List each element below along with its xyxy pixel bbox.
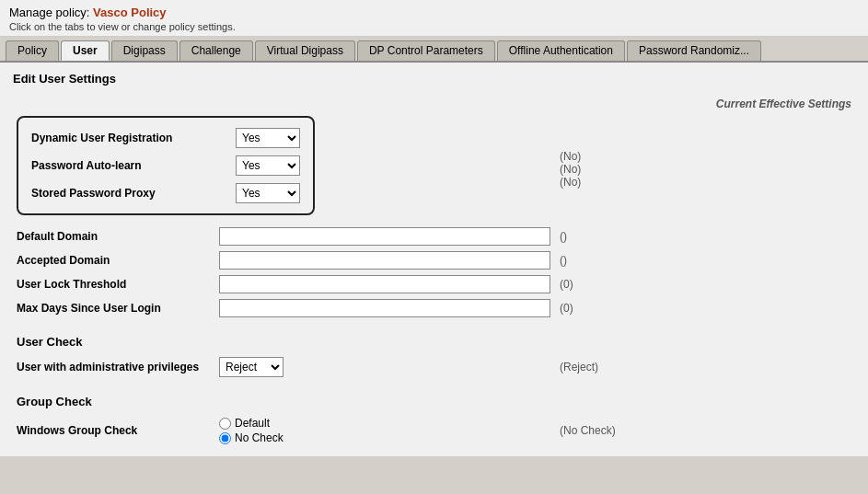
windows-group-check-label: Windows Group Check <box>13 414 215 447</box>
group-check-heading-row: Group Check <box>13 380 855 414</box>
page-header: Manage policy: Vasco Policy Click on the… <box>0 0 868 37</box>
group-check-heading: Group Check <box>17 395 851 408</box>
table-row: Accepted Domain () <box>13 248 855 272</box>
effective-header: Current Effective Settings <box>556 95 855 113</box>
user-lock-effective: (0) <box>556 272 855 296</box>
password-autolearn-select[interactable]: Yes No <box>236 155 300 176</box>
tab-challenge[interactable]: Challenge <box>179 40 253 61</box>
max-days-input[interactable] <box>219 299 550 317</box>
tab-policy[interactable]: Policy <box>6 40 59 61</box>
table-row: Password Auto-learn Yes No <box>28 153 304 178</box>
page-subtitle: Click on the tabs to view or change poli… <box>9 21 859 32</box>
user-lock-input-cell <box>215 272 556 296</box>
dynamic-user-label: Dynamic User Registration <box>28 125 230 151</box>
dynamic-user-input-cell: Yes No <box>232 125 304 151</box>
user-check-heading-cell: User Check <box>13 320 855 354</box>
password-autolearn-effective: (No) <box>560 163 851 176</box>
tab-offline-auth[interactable]: Offline Authentication <box>497 40 625 61</box>
stored-password-label: Stored Password Proxy <box>28 180 230 206</box>
table-row: Dynamic User Registration Yes No <box>28 125 304 151</box>
grouped-inner-table: Dynamic User Registration Yes No Passwor… <box>26 123 306 208</box>
grouped-effective-cell: (No) (No) (No) <box>556 113 855 224</box>
radio-nocheck[interactable] <box>219 432 231 444</box>
radio-nocheck-label[interactable]: No Check <box>219 431 552 444</box>
default-domain-input-cell <box>215 224 556 248</box>
user-lock-input[interactable] <box>219 275 550 293</box>
max-days-label: Max Days Since User Login <box>13 296 215 320</box>
radio-nocheck-text: No Check <box>235 431 284 444</box>
col-input-header <box>215 95 556 113</box>
manage-label: Manage policy: <box>9 6 89 19</box>
password-autolearn-label: Password Auto-learn <box>28 153 230 178</box>
radio-default-label[interactable]: Default <box>219 417 552 430</box>
tab-bar: Policy User Digipass Challenge Virtual D… <box>0 37 868 63</box>
tab-digipass[interactable]: Digipass <box>111 40 178 61</box>
grouped-box-row: Dynamic User Registration Yes No Passwor… <box>13 113 855 224</box>
table-row: User Lock Threshold (0) <box>13 272 855 296</box>
default-domain-input[interactable] <box>219 227 550 246</box>
tab-dp-control[interactable]: DP Control Parameters <box>357 40 495 61</box>
table-row: Windows Group Check Default No Check (No… <box>13 414 855 447</box>
default-domain-label: Default Domain <box>13 224 215 248</box>
user-check-heading-row: User Check <box>13 320 855 354</box>
table-row: Default Domain () <box>13 224 855 248</box>
max-days-input-cell <box>215 296 556 320</box>
col-label-header <box>13 95 215 113</box>
accepted-domain-input[interactable] <box>219 251 550 270</box>
radio-default[interactable] <box>219 418 231 430</box>
user-check-heading: User Check <box>17 335 851 349</box>
page-title: Manage policy: Vasco Policy <box>9 6 859 19</box>
admin-priv-input-cell: Reject Allow <box>215 354 556 380</box>
dynamic-user-effective: (No) <box>560 150 851 163</box>
radio-default-text: Default <box>235 417 270 430</box>
policy-link[interactable]: Vasco Policy <box>93 6 167 19</box>
admin-priv-label: User with administrative privileges <box>13 354 215 380</box>
table-row: Max Days Since User Login (0) <box>13 296 855 320</box>
table-row: Stored Password Proxy Yes No <box>28 180 304 206</box>
stored-password-input-cell: Yes No <box>232 180 304 206</box>
password-autolearn-input-cell: Yes No <box>232 153 304 178</box>
tab-virtual-digipass[interactable]: Virtual Digipass <box>255 40 355 61</box>
windows-group-check-radio-group: Default No Check <box>219 417 552 444</box>
section-title: Edit User Settings <box>13 72 855 86</box>
windows-group-check-input-cell: Default No Check <box>215 414 556 447</box>
table-row: User with administrative privileges Reje… <box>13 354 855 380</box>
accepted-domain-label: Accepted Domain <box>13 248 215 272</box>
content-area: Edit User Settings Current Effective Set… <box>0 63 868 456</box>
tab-password-random[interactable]: Password Randomiz... <box>627 40 761 61</box>
admin-priv-effective: (Reject) <box>556 354 855 380</box>
grouped-box-cell: Dynamic User Registration Yes No Passwor… <box>13 113 556 224</box>
user-lock-label: User Lock Threshold <box>13 272 215 296</box>
dynamic-user-select[interactable]: Yes No <box>236 128 300 148</box>
settings-table: Current Effective Settings Dynamic User … <box>13 95 855 447</box>
stored-password-effective: (No) <box>560 176 851 189</box>
stored-password-select[interactable]: Yes No <box>236 183 300 203</box>
accepted-domain-effective: () <box>556 248 855 272</box>
windows-group-check-effective: (No Check) <box>556 414 855 447</box>
group-check-heading-cell: Group Check <box>13 380 855 414</box>
default-domain-effective: () <box>556 224 855 248</box>
max-days-effective: (0) <box>556 296 855 320</box>
accepted-domain-input-cell <box>215 248 556 272</box>
admin-priv-select[interactable]: Reject Allow <box>219 357 284 377</box>
tab-user[interactable]: User <box>61 40 110 61</box>
grouped-box: Dynamic User Registration Yes No Passwor… <box>17 116 315 215</box>
